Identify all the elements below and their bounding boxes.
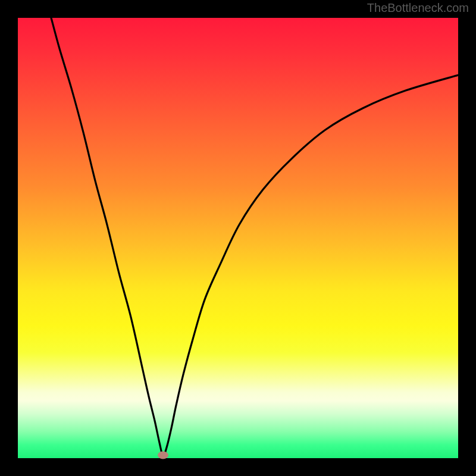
bottleneck-chart: [18, 18, 458, 458]
watermark-text: TheBottleneck.com: [367, 1, 469, 15]
bottleneck-curve-line: [51, 18, 458, 456]
chart-curve-svg: [18, 18, 458, 458]
optimum-marker-icon: [158, 452, 168, 459]
